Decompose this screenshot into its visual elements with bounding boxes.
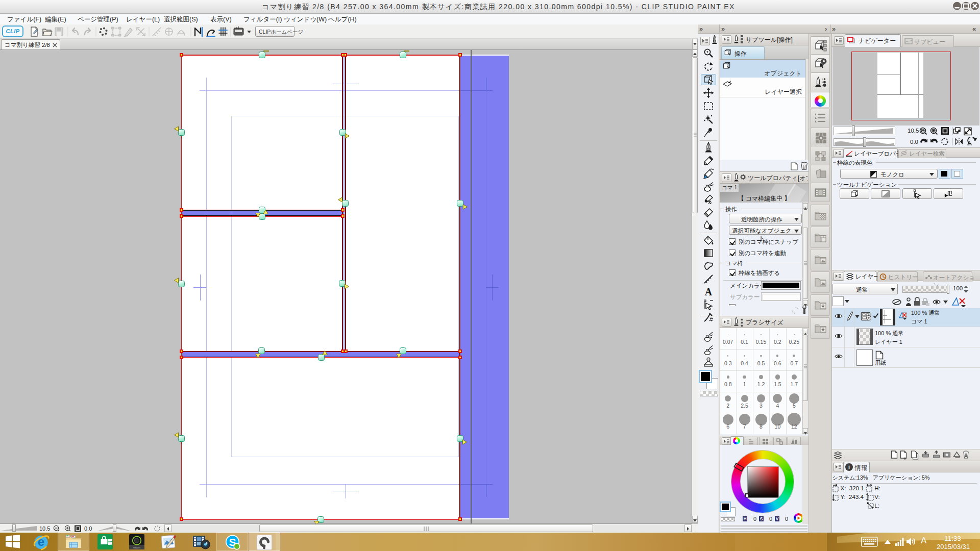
svg-text:0.0: 0.0 [84, 525, 92, 532]
svg-text:A: A [705, 286, 713, 297]
svg-text:wacom: wacom [133, 546, 141, 549]
